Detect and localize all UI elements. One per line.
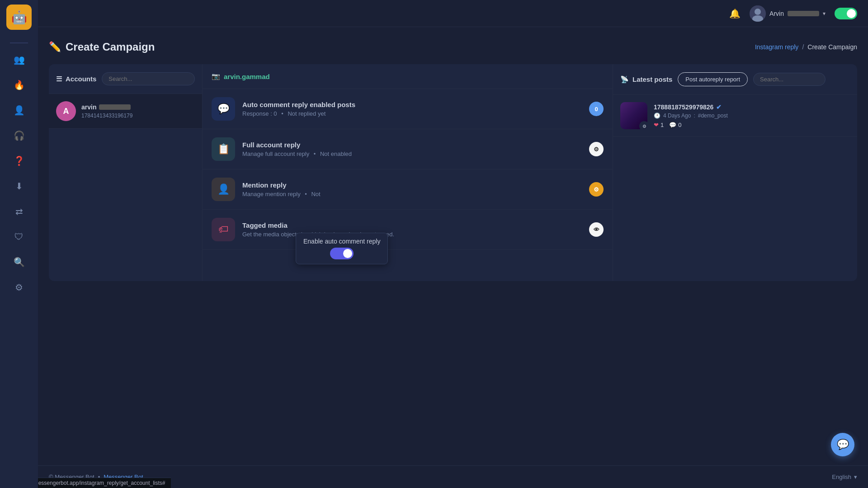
posts-column: 📡 Latest posts Post autoreply report ⚙ 1… — [613, 64, 857, 281]
topnav: ☰ 🔔 Arvin ▾ — [0, 0, 868, 27]
post-meta: 🕐 4 Days Ago : #demo_post — [654, 113, 728, 119]
post-hearts: ❤ 1 — [654, 122, 664, 128]
post-item[interactable]: ⚙ 17888187529979826 ✔ 🕐 4 Days Ago : #de… — [613, 95, 857, 137]
post-id: 17888187529979826 ✔ — [654, 103, 728, 111]
sidebar-item-settings[interactable]: ⚙ — [8, 277, 30, 298]
tooltip-box: Enable auto comment reply — [296, 233, 388, 264]
chat-fab-button[interactable]: 💬 — [831, 433, 854, 456]
username: Arvin — [769, 10, 784, 17]
mention-desc: Manage mention reply • Not — [242, 191, 582, 197]
avatar — [750, 5, 766, 22]
tooltip-container: Enable auto comment reply — [296, 233, 388, 264]
auto-comment-icon: 💬 — [212, 97, 235, 121]
auto-comment-desc: Response : 0 • Not replied yet — [242, 110, 582, 117]
global-toggle[interactable] — [835, 8, 857, 19]
accounts-col-title: ☰ Accounts — [56, 75, 96, 83]
account-name: arvin — [81, 103, 132, 111]
instagram-account-label: 📷 arvin.gammad — [212, 72, 270, 80]
post-thumb-settings-icon: ⚙ — [639, 121, 647, 129]
auto-comment-name: Auto comment reply enabled posts — [242, 101, 582, 108]
mention-icon: 👤 — [212, 178, 235, 201]
account-id: 17841413433196179 — [81, 113, 132, 119]
rss-icon: 📡 — [620, 75, 629, 84]
sidebar-item-person[interactable]: 👤 — [8, 99, 30, 121]
account-item[interactable]: A arvin 17841413433196179 — [49, 94, 202, 129]
account-name-blur — [99, 104, 131, 110]
sidebar: 🤖 👥 🔥 👤 🎧 ❓ ⬇ ⇄ 🛡 🔍 ⚙ — [0, 0, 38, 488]
accounts-search-input[interactable] — [102, 72, 195, 85]
breadcrumb-current: Create Campaign — [807, 43, 857, 51]
tagged-media-icon: 🏷 — [212, 218, 235, 241]
sidebar-item-users[interactable]: 👥 — [8, 49, 30, 70]
mention-content: Mention reply Manage mention reply • Not — [242, 181, 582, 197]
bell-icon[interactable]: 🔔 — [729, 8, 741, 19]
full-account-icon: 📋 — [212, 137, 235, 161]
feature-tagged-media[interactable]: 🏷 Tagged media Get the media objects in … — [203, 210, 613, 250]
sidebar-item-headset[interactable]: 🎧 — [8, 125, 30, 146]
full-account-badge[interactable]: ⚙ — [589, 142, 604, 156]
sidebar-item-shield[interactable]: 🛡 — [8, 226, 30, 248]
posts-search-input[interactable] — [753, 73, 826, 86]
mention-name: Mention reply — [242, 181, 582, 189]
tooltip-toggle-area[interactable] — [303, 248, 380, 259]
feature-mention[interactable]: 👤 Mention reply Manage mention reply • N… — [203, 169, 613, 210]
tooltip-text: Enable auto comment reply — [303, 238, 380, 245]
tagged-media-badge[interactable]: 👁 — [589, 222, 604, 237]
sidebar-divider — [10, 42, 28, 43]
full-account-desc: Manage full account reply • Not enabled — [242, 150, 582, 157]
accounts-column: ☰ Accounts A arvin 17841413433196179 — [49, 64, 203, 281]
posts-col-header: 📡 Latest posts Post autoreply report — [613, 64, 857, 95]
sidebar-item-flow[interactable]: ⇄ — [8, 201, 30, 222]
post-comments: 💬 0 — [669, 122, 681, 128]
breadcrumb-separator: / — [802, 43, 804, 51]
tagged-media-name: Tagged media — [242, 221, 582, 229]
instagram-icon: 📷 — [212, 72, 220, 80]
verified-icon: ✔ — [716, 103, 722, 111]
breadcrumb-instagram-link[interactable]: Instagram reply — [755, 43, 798, 51]
comment-icon: 💬 — [669, 122, 676, 128]
main-panel: ☰ Accounts A arvin 17841413433196179 — [49, 64, 857, 281]
enable-toggle[interactable] — [330, 248, 354, 259]
full-account-name: Full account reply — [242, 141, 582, 149]
full-account-content: Full account reply Manage full account r… — [242, 141, 582, 157]
footer-lang[interactable]: English ▾ — [832, 474, 857, 480]
sidebar-item-help[interactable]: ❓ — [8, 150, 30, 172]
post-reactions: ❤ 1 💬 0 — [654, 122, 728, 128]
features-column: 📷 arvin.gammad 💬 Auto comment reply enab… — [203, 64, 613, 281]
user-info: Arvin ▾ — [750, 5, 826, 22]
post-thumbnail: ⚙ — [620, 102, 647, 129]
account-info: arvin 17841413433196179 — [81, 103, 132, 119]
breadcrumb: Instagram reply / Create Campaign — [755, 43, 857, 51]
clock-icon: 🕐 — [654, 113, 660, 119]
page-header: ✏️ Create Campaign Instagram reply / Cre… — [49, 41, 857, 53]
page-title-text: Create Campaign — [66, 41, 155, 53]
feature-auto-comment[interactable]: 💬 Auto comment reply enabled posts Respo… — [203, 89, 613, 129]
tagged-media-desc: Get the media objects in which business … — [242, 231, 582, 238]
latest-posts-title: 📡 Latest posts — [620, 75, 672, 84]
tagged-media-content: Tagged media Get the media objects in wh… — [242, 221, 582, 238]
sidebar-logo: 🤖 — [6, 5, 32, 30]
mention-badge[interactable]: ⚙ — [589, 182, 604, 197]
account-avatar: A — [56, 101, 76, 121]
pencil-icon: ✏️ — [49, 41, 61, 53]
sidebar-item-search[interactable]: 🔍 — [8, 251, 30, 273]
user-caret-icon[interactable]: ▾ — [823, 10, 826, 17]
list-icon: ☰ — [56, 75, 62, 83]
auto-comment-content: Auto comment reply enabled posts Respons… — [242, 101, 582, 117]
auto-comment-badge[interactable]: 0 — [589, 102, 604, 116]
page-title: ✏️ Create Campaign — [49, 41, 155, 53]
main-content: ✏️ Create Campaign Instagram reply / Cre… — [38, 27, 868, 488]
sidebar-item-download[interactable]: ⬇ — [8, 175, 30, 197]
post-info: 17888187529979826 ✔ 🕐 4 Days Ago : #demo… — [654, 103, 728, 128]
features-col-header: 📷 arvin.gammad — [203, 64, 613, 89]
feature-full-account[interactable]: 📋 Full account reply Manage full account… — [203, 129, 613, 169]
svg-point-1 — [755, 9, 761, 15]
heart-icon: ❤ — [654, 122, 659, 128]
post-autoreply-btn[interactable]: Post autoreply report — [678, 72, 748, 86]
sidebar-item-fire[interactable]: 🔥 — [8, 74, 30, 96]
accounts-col-header: ☰ Accounts — [49, 64, 202, 94]
